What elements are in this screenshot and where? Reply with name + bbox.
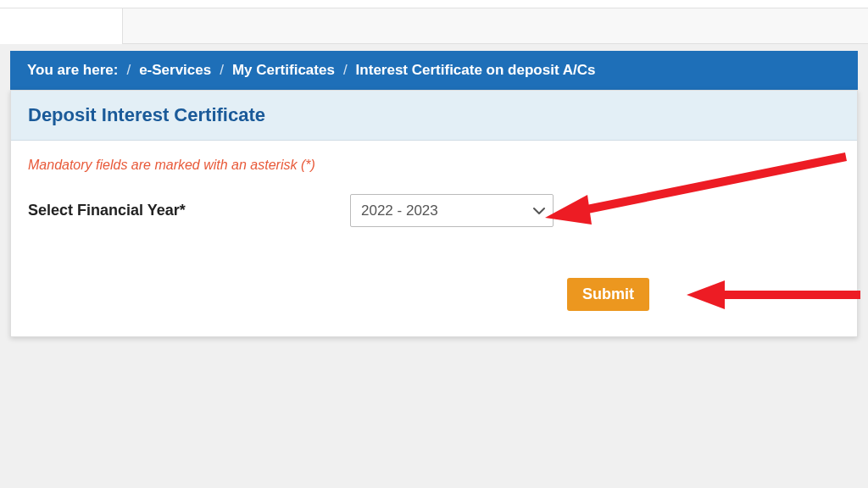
financial-year-label: Select Financial Year*: [28, 202, 325, 219]
tab-spacer: [0, 8, 868, 44]
submit-button[interactable]: Submit: [567, 278, 649, 311]
breadcrumb-current: Interest Certificate on deposit A/Cs: [356, 62, 596, 79]
top-bar: [0, 0, 868, 8]
main-panel: Deposit Interest Certificate Mandatory f…: [10, 90, 858, 337]
breadcrumb-sep: /: [220, 62, 224, 79]
breadcrumb-label: You are here:: [27, 62, 118, 79]
breadcrumb-sep: /: [126, 62, 131, 79]
active-tab-placeholder: [0, 8, 123, 44]
breadcrumb-eservices[interactable]: e-Services: [139, 62, 211, 79]
financial-year-row: Select Financial Year* 2022 - 2023: [28, 194, 840, 227]
breadcrumb-sep: /: [343, 62, 348, 79]
financial-year-select-wrap: 2022 - 2023: [350, 194, 554, 227]
financial-year-select[interactable]: 2022 - 2023: [350, 194, 554, 227]
panel-body: Mandatory fields are marked with an aste…: [11, 141, 857, 336]
submit-row: Submit: [28, 278, 840, 311]
breadcrumb: You are here: / e-Services / My Certific…: [10, 51, 858, 90]
page-title: Deposit Interest Certificate: [11, 91, 857, 141]
breadcrumb-mycertificates[interactable]: My Certificates: [232, 62, 335, 79]
mandatory-note: Mandatory fields are marked with an aste…: [28, 158, 840, 173]
